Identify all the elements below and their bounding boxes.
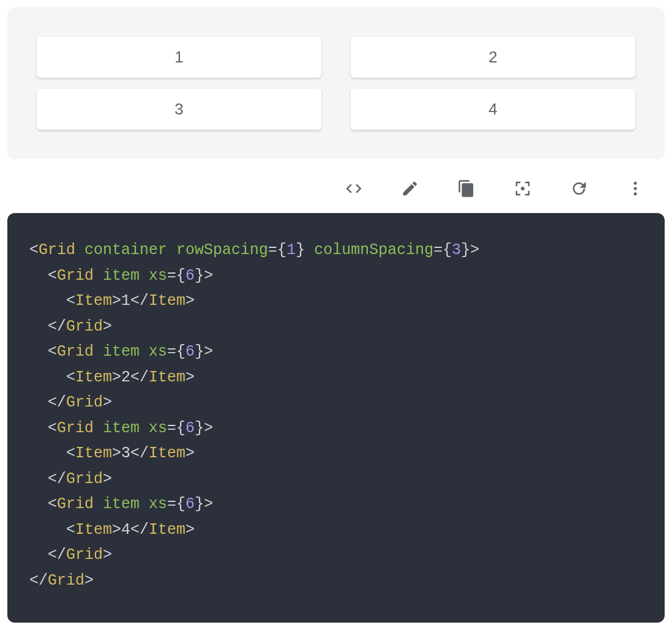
show-source-button[interactable]	[342, 178, 366, 202]
focus-icon	[513, 179, 532, 200]
copy-button[interactable]	[454, 178, 479, 202]
svg-point-1	[634, 182, 637, 185]
grid-container: 1 2 3 4	[37, 37, 635, 130]
svg-point-2	[634, 187, 637, 190]
reload-icon	[570, 179, 588, 200]
grid-item-1: 1	[37, 37, 321, 78]
copy-icon	[457, 179, 476, 200]
reset-button[interactable]	[567, 178, 591, 202]
demo-panel: 1 2 3 4	[7, 7, 665, 159]
edit-button[interactable]	[398, 178, 422, 202]
grid-item-3: 3	[37, 89, 321, 130]
grid-item-2: 2	[351, 37, 635, 78]
more-options-button[interactable]	[623, 178, 648, 202]
svg-point-3	[634, 193, 637, 196]
pencil-icon	[401, 179, 419, 200]
svg-point-0	[521, 187, 525, 190]
more-vert-icon	[626, 179, 644, 200]
grid-item-4: 4	[351, 89, 635, 130]
demo-toolbar	[0, 167, 672, 213]
fullscreen-focus-button[interactable]	[510, 178, 535, 202]
code-block[interactable]: <Grid container rowSpacing={1} columnSpa…	[29, 238, 643, 593]
code-panel: <Grid container rowSpacing={1} columnSpa…	[7, 213, 665, 623]
code-icon	[345, 179, 363, 200]
